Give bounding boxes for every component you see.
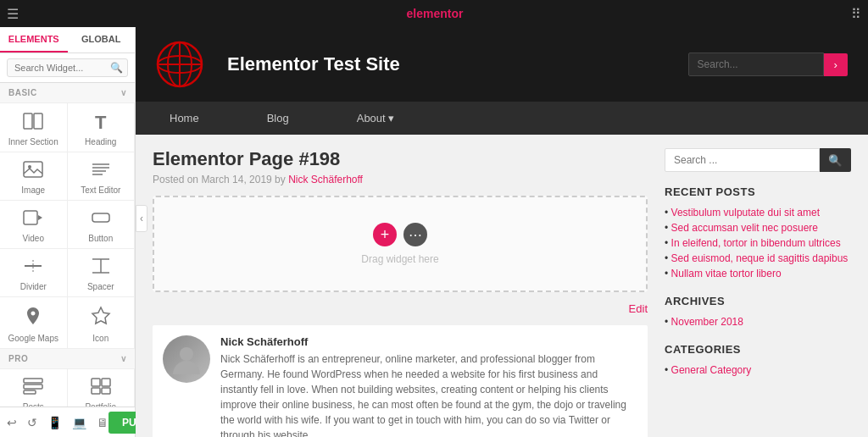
recent-post-link[interactable]: Sed euismod, neque id sagittis dapibus <box>671 252 849 264</box>
svg-rect-10 <box>92 213 109 222</box>
sidebar-archives: ARCHIVES November 2018 <box>665 295 851 329</box>
widget-spacer-label: Spacer <box>87 282 114 291</box>
nav-home[interactable]: Home <box>136 102 233 135</box>
svg-rect-16 <box>24 379 42 383</box>
widget-button[interactable]: Button <box>68 201 136 249</box>
widget-icon[interactable]: Icon <box>68 297 136 349</box>
categories-list: General Category <box>665 362 851 378</box>
portfolio-icon <box>91 378 111 399</box>
widget-inner-section-label: Inner Section <box>8 137 58 147</box>
image-icon <box>23 161 43 182</box>
widget-portfolio[interactable]: Portfolio <box>68 369 136 407</box>
archive-link[interactable]: November 2018 <box>671 316 743 328</box>
posts-icon <box>23 378 43 399</box>
widget-text-editor[interactable]: Text Editor <box>68 152 136 201</box>
tablet-icon[interactable]: 💻 <box>72 416 86 429</box>
site-title: Elementor Test Site <box>227 53 671 75</box>
widget-image[interactable]: Image <box>0 152 68 201</box>
basic-section-label: BASIC <box>8 88 37 97</box>
site-search-input[interactable] <box>688 53 824 76</box>
post-author-link[interactable]: Nick Schäferhoff <box>288 174 363 185</box>
recent-post-link[interactable]: In eleifend, tortor in bibendum ultrices <box>671 237 841 249</box>
recent-posts-list: Vestibulum vulputate dui sit amet Sed ac… <box>665 205 851 281</box>
post-date: Posted on March 14, 2019 by <box>153 174 286 185</box>
page-content: Elementor Page #198 Posted on March 14, … <box>136 135 868 437</box>
svg-point-37 <box>180 347 193 361</box>
widget-divider[interactable]: Divider <box>0 249 68 297</box>
archives-title: ARCHIVES <box>665 295 851 307</box>
widget-image-label: Image <box>21 185 45 195</box>
sidebar-search-button[interactable]: 🔍 <box>820 148 851 172</box>
widget-spacer[interactable]: Spacer <box>68 249 136 297</box>
basic-widgets-grid: Inner Section T Heading Image <box>0 103 135 349</box>
top-bar: ☰ elementor ⠿ <box>0 0 868 27</box>
author-name: Nick Schäferhoff <box>220 335 637 348</box>
widget-search-bar: 🔍 <box>0 53 135 83</box>
site-header: Elementor Test Site › <box>136 27 868 102</box>
page-title: Elementor Page #198 <box>153 148 648 170</box>
redo-icon[interactable]: ↺ <box>27 416 37 429</box>
site-search-button[interactable]: › <box>824 53 848 76</box>
pro-section-header[interactable]: PRO ∨ <box>0 349 135 369</box>
widget-posts[interactable]: Posts <box>0 369 68 407</box>
drag-widget-area: + ⋯ Drag widget here <box>153 196 648 292</box>
video-icon <box>23 209 43 230</box>
list-item: Sed euismod, neque id sagittis dapibus <box>665 251 851 266</box>
tab-global[interactable]: GLOBAL <box>68 27 136 53</box>
sidebar-recent-posts: RECENT POSTS Vestibulum vulputate dui si… <box>665 185 851 281</box>
widget-inner-section[interactable]: Inner Section <box>0 103 68 152</box>
elementor-logo: elementor <box>19 7 851 20</box>
undo-icon[interactable]: ↩ <box>7 416 17 429</box>
svg-rect-1 <box>34 113 42 129</box>
text-editor-icon <box>91 161 111 182</box>
desktop-icon[interactable]: 🖥 <box>97 416 108 429</box>
hamburger-icon[interactable]: ☰ <box>7 6 19 22</box>
list-item: General Category <box>665 362 851 378</box>
widget-heading-label: Heading <box>85 137 116 147</box>
post-meta: Posted on March 14, 2019 by Nick Schäfer… <box>153 174 648 185</box>
edit-link[interactable]: Edit <box>153 302 648 315</box>
nav-about[interactable]: About ▾ <box>323 102 429 135</box>
author-box: Nick Schäferhoff Nick Schäferhoff is an … <box>153 325 648 437</box>
nav-blog[interactable]: Blog <box>233 102 323 135</box>
widget-heading[interactable]: T Heading <box>68 103 136 152</box>
svg-rect-20 <box>102 379 110 386</box>
mobile-icon[interactable]: 📱 <box>47 416 62 429</box>
grid-icon[interactable]: ⠿ <box>851 6 861 22</box>
sidebar-search: 🔍 <box>665 148 851 172</box>
heading-icon: T <box>95 112 106 134</box>
widget-options-button[interactable]: ⋯ <box>403 223 427 246</box>
author-avatar-image <box>163 335 210 383</box>
widget-google-maps[interactable]: Google Maps <box>0 297 68 349</box>
button-icon <box>91 209 111 230</box>
list-item: Vestibulum vulputate dui sit amet <box>665 205 851 220</box>
pro-chevron-icon: ∨ <box>120 354 127 363</box>
recent-post-link[interactable]: Sed accumsan velit nec posuere <box>671 222 818 234</box>
list-item: November 2018 <box>665 314 851 329</box>
list-item: Nullam vitae tortor libero <box>665 266 851 281</box>
list-item: In eleifend, tortor in bibendum ultrices <box>665 235 851 251</box>
panel-collapse-arrow[interactable]: ‹ <box>136 205 147 232</box>
bottom-toolbar: ↩ ↺ 📱 💻 🖥 PUBLISH <box>0 407 135 437</box>
pro-section-label: PRO <box>8 354 28 363</box>
list-item: Sed accumsan velit nec posuere <box>665 220 851 235</box>
divider-icon <box>23 257 43 279</box>
top-bar-right: ⠿ <box>851 6 861 22</box>
svg-rect-22 <box>102 388 110 394</box>
widget-icon-label: Icon <box>92 334 108 343</box>
recent-post-link[interactable]: Vestibulum vulputate dui sit amet <box>671 207 820 218</box>
main-content: Elementor Page #198 Posted on March 14, … <box>153 148 648 437</box>
top-bar-left: ☰ <box>7 6 19 22</box>
widget-button-label: Button <box>88 234 113 243</box>
category-link[interactable]: General Category <box>671 364 752 376</box>
tab-elements[interactable]: ELEMENTS <box>0 27 68 53</box>
svg-rect-18 <box>24 390 36 394</box>
drag-controls: + ⋯ <box>373 223 427 246</box>
sidebar-search-input[interactable] <box>665 148 820 172</box>
recent-post-link[interactable]: Nullam vitae tortor libero <box>671 268 782 279</box>
widget-video[interactable]: Video <box>0 201 68 249</box>
author-avatar <box>163 335 210 383</box>
basic-section-header[interactable]: BASIC ∨ <box>0 83 135 103</box>
drag-label: Drag widget here <box>361 253 438 265</box>
add-widget-button[interactable]: + <box>373 223 397 246</box>
